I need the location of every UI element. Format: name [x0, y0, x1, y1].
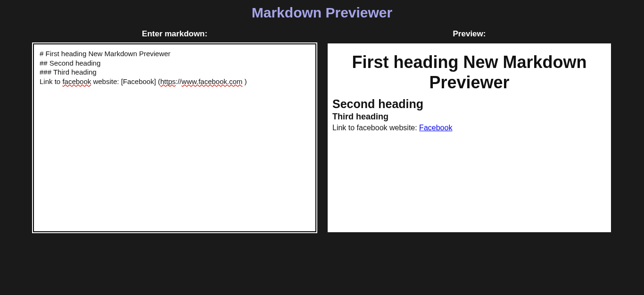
- preview-output: First heading New Markdown Previewer Sec…: [328, 43, 611, 232]
- preview-panel: Preview: First heading New Markdown Prev…: [328, 29, 611, 232]
- editor-label: Enter markdown:: [33, 29, 316, 39]
- panels-container: Enter markdown: # First heading New Mark…: [0, 29, 644, 232]
- preview-paragraph: Link to facebook website: Facebook: [332, 124, 606, 132]
- page-title: Markdown Previewer: [0, 0, 644, 29]
- preview-h3: Third heading: [332, 112, 606, 122]
- facebook-link[interactable]: Facebook: [419, 124, 452, 132]
- preview-h2: Second heading: [332, 97, 606, 111]
- markdown-input[interactable]: # First heading New Markdown Previewer##…: [33, 43, 316, 232]
- preview-label: Preview:: [328, 29, 611, 39]
- editor-panel: Enter markdown: # First heading New Mark…: [33, 29, 316, 232]
- link-prefix-text: Link to facebook website:: [332, 124, 419, 132]
- preview-h1: First heading New Markdown Previewer: [332, 52, 606, 93]
